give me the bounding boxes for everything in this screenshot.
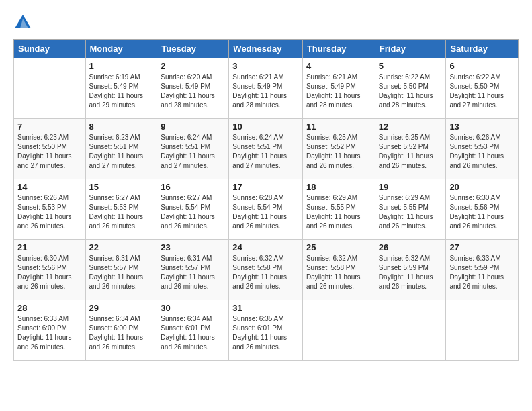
day-info: Sunrise: 6:32 AMSunset: 5:58 PMDaylight:…	[306, 254, 371, 291]
day-info: Sunrise: 6:34 AMSunset: 6:00 PMDaylight:…	[89, 314, 154, 352]
day-info: Sunrise: 6:23 AMSunset: 5:50 PMDaylight:…	[17, 133, 82, 171]
day-info: Sunrise: 6:35 AMSunset: 6:01 PMDaylight:…	[232, 314, 299, 352]
day-number: 20	[449, 182, 515, 192]
calendar-day-cell: 5Sunrise: 6:22 AMSunset: 5:50 PMDaylight…	[375, 58, 446, 119]
day-info: Sunrise: 6:26 AMSunset: 5:53 PMDaylight:…	[17, 193, 82, 231]
day-number: 3	[232, 61, 299, 71]
calendar-day-cell: 29Sunrise: 6:34 AMSunset: 6:00 PMDayligh…	[85, 300, 157, 361]
calendar-day-cell: 7Sunrise: 6:23 AMSunset: 5:50 PMDaylight…	[14, 119, 86, 179]
calendar-week-row: 7Sunrise: 6:23 AMSunset: 5:50 PMDaylight…	[14, 119, 519, 179]
day-number: 31	[232, 303, 299, 313]
calendar-day-cell: 25Sunrise: 6:32 AMSunset: 5:58 PMDayligh…	[302, 240, 375, 300]
day-number: 23	[161, 242, 225, 253]
day-number: 16	[161, 182, 225, 192]
day-info: Sunrise: 6:22 AMSunset: 5:50 PMDaylight:…	[449, 73, 515, 110]
day-number: 8	[89, 122, 154, 132]
day-info: Sunrise: 6:19 AMSunset: 5:49 PMDaylight:…	[89, 73, 154, 110]
calendar-day-cell: 13Sunrise: 6:26 AMSunset: 5:53 PMDayligh…	[446, 119, 519, 179]
calendar-day-cell: 8Sunrise: 6:23 AMSunset: 5:51 PMDaylight…	[85, 119, 157, 179]
calendar-week-row: 21Sunrise: 6:30 AMSunset: 5:56 PMDayligh…	[14, 240, 519, 300]
calendar-day-cell: 11Sunrise: 6:25 AMSunset: 5:52 PMDayligh…	[302, 119, 375, 179]
day-number: 10	[232, 122, 299, 132]
day-number: 28	[17, 303, 82, 313]
calendar-day-cell	[302, 300, 375, 361]
day-info: Sunrise: 6:33 AMSunset: 6:00 PMDaylight:…	[17, 314, 82, 352]
calendar-day-cell: 24Sunrise: 6:32 AMSunset: 5:58 PMDayligh…	[229, 240, 303, 300]
calendar-day-cell: 23Sunrise: 6:31 AMSunset: 5:57 PMDayligh…	[157, 240, 229, 300]
calendar-day-cell: 17Sunrise: 6:28 AMSunset: 5:54 PMDayligh…	[229, 179, 303, 240]
day-number: 6	[449, 61, 515, 71]
day-info: Sunrise: 6:33 AMSunset: 5:59 PMDaylight:…	[449, 254, 515, 291]
calendar-day-cell	[14, 58, 86, 119]
calendar-day-cell	[446, 300, 519, 361]
day-number: 26	[379, 242, 443, 253]
weekday-header-tuesday: Tuesday	[157, 40, 229, 58]
day-info: Sunrise: 6:22 AMSunset: 5:50 PMDaylight:…	[379, 73, 443, 110]
calendar-day-cell: 10Sunrise: 6:24 AMSunset: 5:51 PMDayligh…	[229, 119, 303, 179]
calendar-day-cell: 30Sunrise: 6:34 AMSunset: 6:01 PMDayligh…	[157, 300, 229, 361]
weekday-header-monday: Monday	[85, 40, 157, 58]
calendar-day-cell: 19Sunrise: 6:29 AMSunset: 5:55 PMDayligh…	[375, 179, 446, 240]
day-info: Sunrise: 6:27 AMSunset: 5:53 PMDaylight:…	[89, 193, 154, 231]
day-number: 17	[232, 182, 299, 192]
calendar-day-cell: 3Sunrise: 6:21 AMSunset: 5:49 PMDaylight…	[229, 58, 303, 119]
day-info: Sunrise: 6:21 AMSunset: 5:49 PMDaylight:…	[232, 73, 299, 110]
day-info: Sunrise: 6:32 AMSunset: 5:59 PMDaylight:…	[379, 254, 443, 291]
day-number: 9	[161, 122, 225, 132]
day-info: Sunrise: 6:26 AMSunset: 5:53 PMDaylight:…	[449, 133, 515, 171]
calendar-day-cell: 18Sunrise: 6:29 AMSunset: 5:55 PMDayligh…	[302, 179, 375, 240]
logo	[13, 13, 35, 32]
calendar-day-cell: 15Sunrise: 6:27 AMSunset: 5:53 PMDayligh…	[85, 179, 157, 240]
calendar-day-cell: 20Sunrise: 6:30 AMSunset: 5:56 PMDayligh…	[446, 179, 519, 240]
weekday-header-saturday: Saturday	[446, 40, 519, 58]
day-info: Sunrise: 6:31 AMSunset: 5:57 PMDaylight:…	[89, 254, 154, 291]
day-info: Sunrise: 6:30 AMSunset: 5:56 PMDaylight:…	[449, 193, 515, 231]
weekday-header-sunday: Sunday	[14, 40, 86, 58]
day-number: 13	[449, 122, 515, 132]
day-number: 30	[161, 303, 225, 313]
day-number: 22	[89, 242, 154, 253]
calendar-day-cell: 2Sunrise: 6:20 AMSunset: 5:49 PMDaylight…	[157, 58, 229, 119]
day-number: 29	[89, 303, 154, 313]
day-number: 19	[379, 182, 443, 192]
day-number: 4	[306, 61, 371, 71]
calendar-day-cell: 16Sunrise: 6:27 AMSunset: 5:54 PMDayligh…	[157, 179, 229, 240]
weekday-header-friday: Friday	[375, 40, 446, 58]
calendar-week-row: 28Sunrise: 6:33 AMSunset: 6:00 PMDayligh…	[14, 300, 519, 361]
calendar-day-cell: 26Sunrise: 6:32 AMSunset: 5:59 PMDayligh…	[375, 240, 446, 300]
day-info: Sunrise: 6:31 AMSunset: 5:57 PMDaylight:…	[161, 254, 225, 291]
day-number: 2	[161, 61, 225, 71]
calendar-day-cell	[375, 300, 446, 361]
calendar-day-cell: 6Sunrise: 6:22 AMSunset: 5:50 PMDaylight…	[446, 58, 519, 119]
calendar-week-row: 1Sunrise: 6:19 AMSunset: 5:49 PMDaylight…	[14, 58, 519, 119]
day-number: 27	[449, 242, 515, 253]
day-info: Sunrise: 6:25 AMSunset: 5:52 PMDaylight:…	[379, 133, 443, 171]
weekday-header-wednesday: Wednesday	[229, 40, 303, 58]
day-info: Sunrise: 6:24 AMSunset: 5:51 PMDaylight:…	[161, 133, 225, 171]
day-info: Sunrise: 6:25 AMSunset: 5:52 PMDaylight:…	[306, 133, 371, 171]
calendar-day-cell: 31Sunrise: 6:35 AMSunset: 6:01 PMDayligh…	[229, 300, 303, 361]
day-number: 15	[89, 182, 154, 192]
day-info: Sunrise: 6:21 AMSunset: 5:49 PMDaylight:…	[306, 73, 371, 110]
calendar-week-row: 14Sunrise: 6:26 AMSunset: 5:53 PMDayligh…	[14, 179, 519, 240]
calendar-table: SundayMondayTuesdayWednesdayThursdayFrid…	[13, 39, 519, 361]
calendar-day-cell: 4Sunrise: 6:21 AMSunset: 5:49 PMDaylight…	[302, 58, 375, 119]
weekday-header-row: SundayMondayTuesdayWednesdayThursdayFrid…	[14, 40, 519, 58]
day-info: Sunrise: 6:30 AMSunset: 5:56 PMDaylight:…	[17, 254, 82, 291]
day-info: Sunrise: 6:20 AMSunset: 5:49 PMDaylight:…	[161, 73, 225, 110]
day-number: 12	[379, 122, 443, 132]
day-number: 25	[306, 242, 371, 253]
calendar-day-cell: 28Sunrise: 6:33 AMSunset: 6:00 PMDayligh…	[14, 300, 86, 361]
day-number: 7	[17, 122, 82, 132]
calendar-day-cell: 1Sunrise: 6:19 AMSunset: 5:49 PMDaylight…	[85, 58, 157, 119]
day-info: Sunrise: 6:29 AMSunset: 5:55 PMDaylight:…	[306, 193, 371, 231]
day-number: 1	[89, 61, 154, 71]
calendar-day-cell: 27Sunrise: 6:33 AMSunset: 5:59 PMDayligh…	[446, 240, 519, 300]
day-number: 11	[306, 122, 371, 132]
day-info: Sunrise: 6:23 AMSunset: 5:51 PMDaylight:…	[89, 133, 154, 171]
calendar-day-cell: 22Sunrise: 6:31 AMSunset: 5:57 PMDayligh…	[85, 240, 157, 300]
weekday-header-thursday: Thursday	[302, 40, 375, 58]
day-info: Sunrise: 6:29 AMSunset: 5:55 PMDaylight:…	[379, 193, 443, 231]
day-number: 21	[17, 242, 82, 253]
day-info: Sunrise: 6:34 AMSunset: 6:01 PMDaylight:…	[161, 314, 225, 352]
